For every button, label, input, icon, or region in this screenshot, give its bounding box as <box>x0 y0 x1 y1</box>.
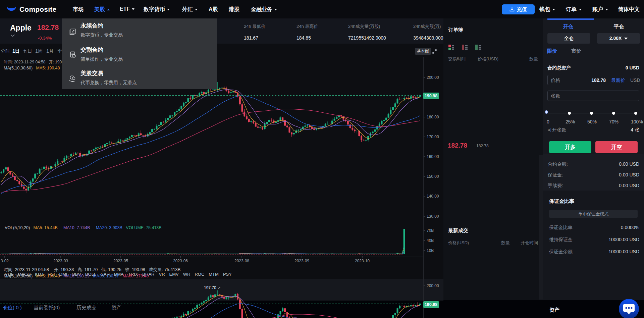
svg-text:140.00: 140.00 <box>427 194 439 199</box>
svg-text:190.98: 190.98 <box>425 302 437 307</box>
svg-text:170.00: 170.00 <box>427 135 439 139</box>
svg-text:3-02: 3-02 <box>1 259 9 263</box>
svg-text:197.70 ↗: 197.70 ↗ <box>204 285 221 290</box>
svg-text:2023-09: 2023-09 <box>294 259 309 263</box>
svg-text:130.00: 130.00 <box>427 214 439 219</box>
svg-text:200.00: 200.00 <box>427 75 439 80</box>
svg-text:40B: 40B <box>427 238 434 243</box>
svg-text:190.98: 190.98 <box>425 94 437 98</box>
svg-text:2023-05: 2023-05 <box>113 259 128 263</box>
svg-text:200.00: 200.00 <box>427 283 439 288</box>
svg-text:2023-06: 2023-06 <box>173 259 188 263</box>
svg-text:160.00: 160.00 <box>427 154 439 159</box>
svg-text:180.00: 180.00 <box>427 115 439 119</box>
svg-text:2023-03: 2023-03 <box>53 259 68 263</box>
svg-text:10B: 10B <box>427 248 434 253</box>
svg-text:70B: 70B <box>427 228 434 233</box>
svg-text:2023-10: 2023-10 <box>355 259 370 263</box>
svg-text:2023-08: 2023-08 <box>234 259 249 263</box>
svg-text:150.00: 150.00 <box>427 174 439 179</box>
